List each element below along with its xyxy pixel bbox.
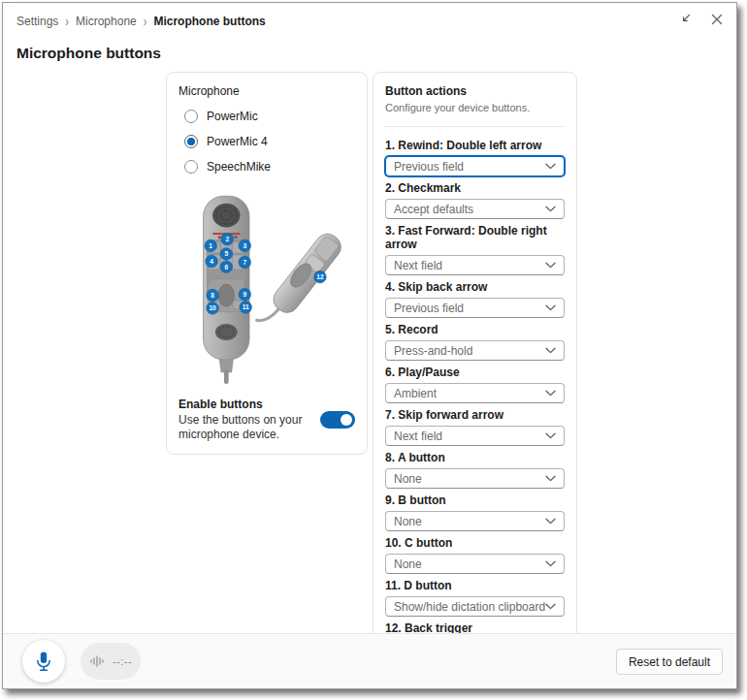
breadcrumb: Settings › Microphone › Microphone butto…: [16, 15, 266, 28]
radio-label: PowerMic 4: [207, 135, 268, 148]
action-group: 10. C buttonNone: [385, 536, 565, 574]
action-label: 7. Skip forward arrow: [385, 408, 565, 422]
restore-window-icon[interactable]: [679, 13, 692, 25]
chevron-right-icon: ›: [144, 15, 147, 29]
device-badge-number: 12: [316, 273, 324, 280]
close-icon[interactable]: [711, 14, 723, 25]
action-group: 4. Skip back arrowPrevious field: [385, 280, 565, 318]
action-group: 6. Play/PauseAmbient: [385, 366, 565, 403]
button-actions-panel: Button actions Configure your device but…: [373, 72, 577, 642]
chevron-down-icon: [545, 262, 556, 269]
dropdown-selected-value: Press-and-hold: [394, 344, 472, 358]
chevron-down-icon: [545, 347, 556, 354]
chevron-down-icon: [545, 163, 556, 170]
chevron-down-icon: [545, 475, 556, 482]
divider: [385, 126, 565, 127]
chevron-down-icon: [545, 304, 556, 311]
action-dropdown[interactable]: Previous field: [385, 298, 565, 318]
radio-icon: [184, 160, 198, 174]
device-badge-number: 2: [225, 236, 229, 242]
device-badge-number: 4: [210, 258, 213, 265]
device-badge-number: 5: [224, 250, 228, 257]
audio-meter-pill[interactable]: --:--: [81, 643, 141, 680]
action-label: 6. Play/Pause: [385, 366, 565, 379]
breadcrumb-microphone[interactable]: Microphone: [76, 15, 137, 28]
action-dropdown[interactable]: Accept defaults: [385, 199, 565, 219]
device-badge-number: 9: [243, 291, 246, 298]
action-label: 3. Fast Forward: Double right arrow: [385, 224, 565, 251]
dropdown-selected-value: Next field: [394, 259, 442, 272]
action-dropdown[interactable]: Press-and-hold: [385, 340, 565, 361]
recording-timer: --:--: [113, 655, 132, 667]
button-actions-list: 1. Rewind: Double left arrowPrevious fie…: [385, 139, 565, 642]
action-dropdown[interactable]: Show/hide dictation clipboard: [385, 596, 565, 617]
microphone-panel: Microphone PowerMicPowerMic 4SpeechMike: [166, 72, 368, 455]
action-group: 9. B buttonNone: [385, 493, 565, 531]
chevron-right-icon: ›: [65, 15, 69, 29]
enable-buttons-title: Enable buttons: [179, 398, 312, 411]
settings-window: Settings › Microphone › Microphone butto…: [2, 2, 737, 689]
action-label: 4. Skip back arrow: [385, 280, 565, 294]
enable-buttons-toggle[interactable]: [320, 411, 355, 429]
radio-icon: [184, 135, 198, 148]
radio-label: SpeechMike: [207, 160, 271, 174]
button-actions-subtitle: Configure your device buttons.: [385, 102, 565, 113]
microphone-button[interactable]: [22, 640, 65, 683]
dropdown-selected-value: Next field: [394, 430, 442, 443]
chevron-down-icon: [545, 518, 556, 525]
device-badge-number: 11: [243, 303, 249, 310]
dropdown-selected-value: None: [394, 472, 422, 486]
action-label: 2. Checkmark: [385, 181, 565, 195]
radio-option-powermic[interactable]: PowerMic: [179, 106, 355, 127]
footer-bar: --:-- Reset to default: [3, 633, 736, 688]
action-label: 11. D button: [385, 579, 565, 592]
device-badge-number: 3: [243, 242, 246, 249]
action-group: 1. Rewind: Double left arrowPrevious fie…: [385, 139, 565, 176]
chevron-down-icon: [545, 432, 556, 439]
action-dropdown[interactable]: Next field: [385, 426, 565, 446]
action-dropdown[interactable]: None: [385, 511, 565, 531]
radio-icon: [184, 110, 198, 123]
dropdown-selected-value: None: [394, 557, 422, 571]
breadcrumb-microphone-buttons: Microphone buttons: [153, 15, 265, 28]
action-group: 3. Fast Forward: Double right arrowNext …: [385, 224, 565, 275]
radio-label: PowerMic: [207, 110, 258, 123]
radio-option-powermic-4[interactable]: PowerMic 4: [179, 131, 355, 152]
device-illustration: NUANCE: [179, 187, 355, 398]
action-group: 8. A buttonNone: [385, 451, 565, 489]
page-title: Microphone buttons: [16, 45, 161, 62]
dropdown-selected-value: Accept defaults: [394, 203, 473, 216]
action-label: 9. B button: [385, 493, 565, 507]
chevron-down-icon: [545, 603, 556, 610]
enable-buttons-row: Enable buttons Use the buttons on your m…: [179, 398, 355, 442]
action-dropdown[interactable]: None: [385, 554, 565, 574]
toggle-knob: [341, 414, 352, 426]
action-dropdown[interactable]: Previous field: [385, 156, 565, 176]
action-group: 7. Skip forward arrowNext field: [385, 408, 565, 446]
dropdown-selected-value: None: [394, 515, 422, 528]
dropdown-selected-value: Previous field: [394, 302, 464, 315]
waveform-icon: [89, 653, 107, 669]
device-side-view: [257, 229, 346, 320]
radio-option-speechmike[interactable]: SpeechMike: [179, 156, 355, 177]
dropdown-selected-value: Previous field: [394, 160, 464, 174]
dropdown-selected-value: Ambient: [394, 387, 437, 400]
button-actions-title: Button actions: [385, 84, 565, 98]
chevron-down-icon: [545, 390, 556, 397]
microphone-group-label: Microphone: [179, 84, 355, 98]
action-dropdown[interactable]: None: [385, 468, 565, 489]
action-dropdown[interactable]: Ambient: [385, 383, 565, 403]
chevron-down-icon: [545, 560, 556, 567]
enable-buttons-description: Use the buttons on your microphone devic…: [179, 413, 312, 442]
device-badge-number: 7: [243, 259, 246, 266]
device-badge-number: 10: [209, 304, 216, 311]
reset-to-default-button[interactable]: Reset to default: [616, 649, 723, 675]
action-label: 1. Rewind: Double left arrow: [385, 139, 565, 152]
chevron-down-icon: [545, 206, 556, 212]
breadcrumb-settings[interactable]: Settings: [16, 15, 58, 28]
action-label: 5. Record: [385, 323, 565, 336]
device-badge-number: 8: [211, 292, 214, 299]
action-group: 2. CheckmarkAccept defaults: [385, 181, 565, 219]
action-label: 8. A button: [385, 451, 565, 464]
action-dropdown[interactable]: Next field: [385, 255, 565, 275]
